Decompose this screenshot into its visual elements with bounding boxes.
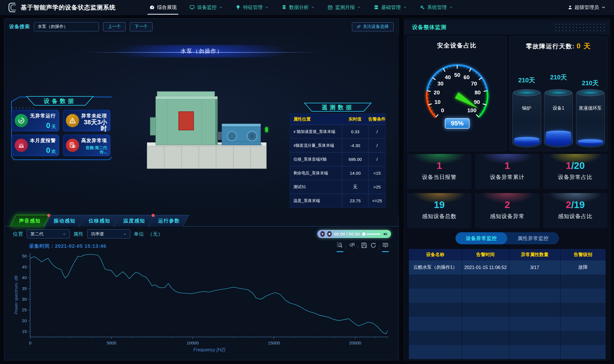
sensing-tab-1[interactable]: 振动感知 xyxy=(45,215,85,226)
alarm-row-4 xyxy=(409,317,606,331)
file-alert-icon xyxy=(66,139,79,152)
nav-item-2[interactable]: 特征管理 xyxy=(229,0,275,15)
svg-text:0: 0 xyxy=(29,340,31,345)
alarm-cell-6-0 xyxy=(409,345,462,359)
gear-icon xyxy=(419,5,425,10)
play-button[interactable] xyxy=(320,231,325,237)
telemetry-row-0: x 轴加速度值_泵体末端0.33/ xyxy=(290,125,386,138)
alarm-cell-0-0: 云酷水泵（勿操作1） xyxy=(409,260,462,275)
attribute-select[interactable]: 功率谱 xyxy=(87,229,130,239)
alarm-cell-4-0 xyxy=(409,317,462,331)
alarm-row-5 xyxy=(409,331,606,345)
device-data-card-texts: 异常未处理38天3小时 xyxy=(81,113,107,129)
viewport-title-banner: 水泵（勿操作） xyxy=(85,45,318,58)
stat-value: 2/19 xyxy=(543,199,607,210)
telemetry-row-4: 测试51无>25 xyxy=(290,180,386,194)
svg-text:Frequency [HZ]: Frequency [HZ] xyxy=(193,347,225,352)
svg-text:30: 30 xyxy=(437,81,443,87)
chevron-down-icon xyxy=(403,5,407,9)
stat-label: 设备当日报警 xyxy=(407,174,471,181)
cylinder-liquid xyxy=(546,131,571,146)
device-search-input[interactable] xyxy=(34,22,99,31)
pump-3d-model xyxy=(140,83,275,170)
alarm-header-2: 异常属性数量 xyxy=(509,249,560,260)
nav-item-4[interactable]: 监测月报 xyxy=(321,0,367,15)
stat-value: 19 xyxy=(407,199,471,210)
telemetry-header-1: 实时值 xyxy=(342,114,368,125)
cylinder-group: 210天锅炉210天设备1210天浆液循环泵 xyxy=(510,54,607,147)
cylinder-days-label: 210天 xyxy=(518,76,535,85)
nav-item-6[interactable]: 系统管理 xyxy=(413,0,459,15)
alarm-cell-1-2 xyxy=(509,275,560,289)
sensing-tab-3[interactable]: 温度感知 xyxy=(114,215,154,226)
telemetry-attr: 测试51 xyxy=(290,180,342,194)
sensing-tab-2[interactable]: 位移感知 xyxy=(79,215,119,226)
cylinder-column-0: 210天锅炉 xyxy=(512,76,542,147)
follow-device-select-button[interactable]: 关注设备选择 xyxy=(352,22,394,31)
chevron-down-icon xyxy=(357,5,361,9)
alarm-row-1 xyxy=(409,275,606,289)
alarm-cell-3-3 xyxy=(560,303,606,317)
alarm-cell-4-1 xyxy=(462,317,509,331)
telemetry-panel: 遥测数据 属性位置实时值告警条件 x 轴加速度值_泵体末端0.33/x轴直流分量… xyxy=(290,102,386,208)
telemetry-attr: 剩余电压_泵体末端 xyxy=(290,166,342,180)
device-search-row: 设备搜索 上一个 下一个 关注设备选择 xyxy=(5,19,398,34)
sensing-tab-0[interactable]: 声音感知 xyxy=(10,215,50,226)
cylinder-liquid xyxy=(578,140,603,146)
next-device-button[interactable]: 下一个 xyxy=(130,22,152,31)
safe-device-gauge: 010203040506070809010095% xyxy=(410,51,505,139)
alarm-row-3 xyxy=(409,303,606,317)
telemetry-attr: x 轴加速度值_泵体末端 xyxy=(290,125,342,138)
seek-slider-thumb[interactable] xyxy=(362,232,366,236)
alarm-cell-0-2: 3/17 xyxy=(509,260,560,275)
app-title: 基于智能声学的设备状态监测系统 xyxy=(21,3,116,12)
nav-item-1[interactable]: 设备监控 xyxy=(183,0,229,15)
alarm-cell-6-3 xyxy=(560,345,606,359)
user-menu[interactable]: 超级管理员 xyxy=(568,4,606,11)
alarm-tab-1[interactable]: 属性异常监控 xyxy=(507,232,559,244)
telemetry-condition: / xyxy=(368,153,386,166)
nav-item-5[interactable]: 基础管理 xyxy=(367,0,413,15)
position-select[interactable]: 第二代 xyxy=(27,229,70,239)
stop-button[interactable] xyxy=(327,231,332,237)
telemetry-value: 14.00 xyxy=(342,166,368,180)
nav-item-label: 特征管理 xyxy=(243,4,263,11)
svg-text:50: 50 xyxy=(22,254,27,258)
speaker-icon[interactable] xyxy=(383,231,388,237)
prev-device-button[interactable]: 上一个 xyxy=(103,22,126,31)
nav-item-0[interactable]: 综合展现 xyxy=(143,0,183,15)
nav-item-3[interactable]: 数据分析 xyxy=(275,0,321,15)
spectrum-chart[interactable]: 152025303540455005000100001500020000Freq… xyxy=(5,251,392,359)
alarm-tab-group: 设备异常监控属性异常监控 xyxy=(455,232,559,244)
alarm-cell-4-3 xyxy=(560,317,606,331)
svg-text:60: 60 xyxy=(464,74,470,80)
user-name: 超级管理员 xyxy=(575,4,599,11)
alarm-table: 设备名称告警时间异常属性数量告警级别云酷水泵（勿操作1）2021-01-15 1… xyxy=(409,249,606,359)
device-data-title-plate: 设备数据 xyxy=(26,96,94,106)
alarm-tab-0[interactable]: 设备异常监控 xyxy=(455,232,507,244)
device-data-card-label: 异常未处理 xyxy=(81,113,107,119)
device-data-card-0: 无异常运行0 天 xyxy=(12,110,59,132)
telemetry-condition: / xyxy=(368,139,386,152)
device-data-card-label: 无异常运行 xyxy=(29,113,56,119)
alarm-cell-3-2 xyxy=(509,303,560,317)
stat-value: 1/20 xyxy=(543,160,607,171)
alarm-cell-1-3 xyxy=(560,275,606,289)
stat-cards: 1设备当日报警1设备异常累计1/20设备异常占比19感知设备总数2感知设备异常2… xyxy=(407,154,607,228)
device-search-label: 设备搜索 xyxy=(9,23,30,30)
sensing-tab-4[interactable]: 运行参数 xyxy=(149,215,189,226)
chevron-down-icon xyxy=(449,5,453,9)
seek-slider-track[interactable] xyxy=(366,234,380,235)
stat-card-2: 1/20设备异常占比 xyxy=(543,154,607,189)
telemetry-value: -4.30 xyxy=(342,139,368,152)
alarm-cell-6-2 xyxy=(509,345,560,359)
svg-text:5000: 5000 xyxy=(107,340,116,345)
svg-text:35: 35 xyxy=(22,286,27,291)
alarm-header-0: 设备名称 xyxy=(409,249,462,260)
zero-fault-value: 0 天 xyxy=(577,42,591,50)
stat-value: 2 xyxy=(475,199,539,210)
sensing-tab-label: 运行参数 xyxy=(158,218,180,224)
3d-viewport[interactable]: 水泵（勿操作） xyxy=(5,35,399,215)
svg-text:25: 25 xyxy=(22,307,27,312)
nav-item-label: 监测月报 xyxy=(335,4,355,11)
